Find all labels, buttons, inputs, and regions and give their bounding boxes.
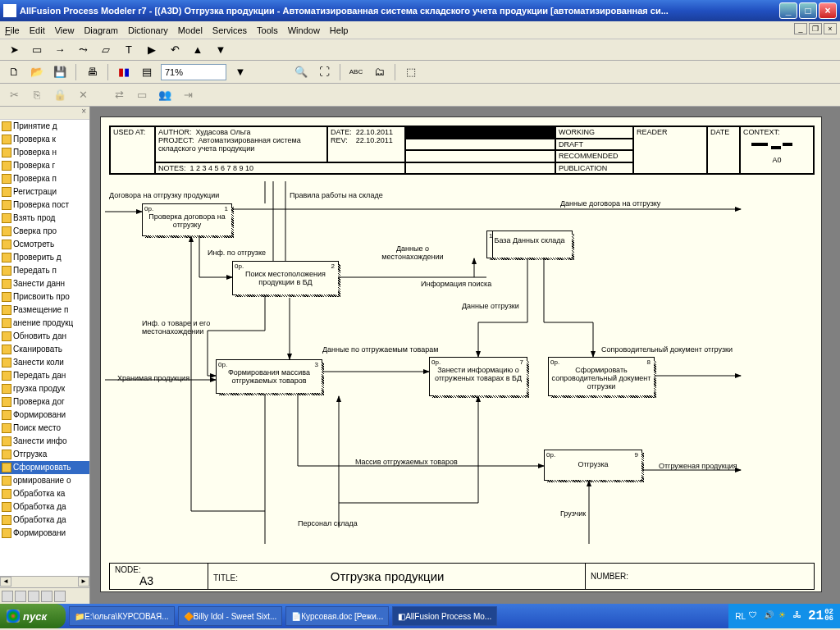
taskbar-item-4[interactable]: ◧ AllFusion Process Mo... (392, 606, 497, 626)
close-button[interactable]: × (819, 2, 837, 19)
tab-icon-4[interactable] (41, 591, 52, 602)
dashed-box-tool[interactable]: ▱ (97, 41, 115, 59)
tree-item[interactable]: Проверка н (0, 146, 89, 159)
activity-7[interactable]: 0р.7 Занести информацию о отгруженых тов… (429, 357, 527, 396)
activity-tree[interactable]: Принятие дПроверка кПроверка нПроверка г… (0, 120, 89, 576)
tree-item[interactable]: Проверка к (0, 133, 89, 146)
menu-model[interactable]: Model (178, 25, 203, 35)
tree-item[interactable]: Передать дан (0, 369, 89, 382)
copy-button[interactable]: ⎘ (28, 86, 46, 104)
zoom-dropdown[interactable]: ▼ (231, 63, 249, 81)
taskbar-item-3[interactable]: 📄 Курсовая.doc [Режи... (285, 606, 389, 626)
minimize-button[interactable]: _ (779, 2, 797, 19)
tree-item[interactable]: Сканировать (0, 343, 89, 356)
tree-item[interactable]: Занести коли (0, 356, 89, 369)
tree-item[interactable]: Взять прод (0, 212, 89, 225)
start-button[interactable]: пуск (0, 604, 66, 628)
tree-item[interactable]: Проверка дог (0, 395, 89, 409)
tree-item-selected[interactable]: Сформировать (0, 461, 89, 474)
tree-item[interactable]: Обновить дан (0, 330, 89, 343)
explorer-close[interactable]: × (0, 107, 89, 120)
mdi-minimize-button[interactable]: _ (794, 23, 807, 34)
save-button[interactable]: 💾 (51, 63, 69, 81)
tree-item[interactable]: Обработка да (0, 514, 89, 527)
taskbar-item-1[interactable]: 📁 Е:\ольга\КУРСОВАЯ... (69, 606, 175, 626)
activity-1[interactable]: 0р.1 Проверка договора на отгрузку (142, 203, 232, 236)
menu-services[interactable]: Services (212, 25, 247, 35)
tree-item[interactable]: Отгрузка (0, 448, 89, 461)
tree-item[interactable]: Размещение п (0, 304, 89, 317)
menu-file[interactable]: File (5, 25, 20, 35)
tree-item[interactable]: Проверка пост (0, 199, 89, 212)
entity-button[interactable]: ▭ (133, 86, 151, 104)
maximize-button[interactable]: □ (799, 2, 817, 19)
zoom-fit-button[interactable]: ⛶ (315, 63, 333, 81)
explorer-tabs[interactable] (0, 587, 89, 604)
tree-button[interactable]: 🗂 (370, 63, 388, 81)
tree-item[interactable]: Формировани (0, 409, 89, 422)
tree-scrollbar[interactable]: ◄► (0, 576, 89, 587)
tree-item[interactable]: Проверить д (0, 251, 89, 264)
tab-icon-1[interactable] (2, 591, 13, 602)
menu-window[interactable]: Window (288, 25, 320, 35)
close-pane-button[interactable]: ✕ (74, 86, 92, 104)
tray-sun-icon[interactable]: ☀ (778, 610, 790, 622)
tab-icon-5[interactable] (54, 591, 66, 602)
undo-tool[interactable]: ↶ (166, 41, 184, 59)
tray-shield-icon[interactable]: 🛡 (749, 610, 760, 622)
tree-item[interactable]: Обработка да (0, 500, 89, 514)
lock-button[interactable]: 🔒 (51, 86, 69, 104)
cut-button[interactable]: ✂ (5, 86, 23, 104)
system-tray[interactable]: RL 🛡 🔊 ☀ 🖧 210206 (728, 604, 840, 628)
zoom-out-button[interactable]: 🔍 (292, 63, 310, 81)
squiggle-tool[interactable]: ⤳ (74, 41, 92, 59)
text-tool[interactable]: T (120, 41, 138, 59)
activity-2[interactable]: 0р.2 Поиск местоположения продукции в БД (232, 261, 339, 295)
merge-button[interactable]: ⇥ (179, 86, 197, 104)
tree-item[interactable]: Обработка ка (0, 487, 89, 500)
mdi-close-button[interactable]: × (824, 23, 837, 34)
ext-button[interactable]: ⬚ (402, 63, 420, 81)
menu-view[interactable]: View (55, 25, 75, 35)
datastore-1[interactable]: 1 База Данных склада (486, 231, 573, 258)
tree-item[interactable]: Присвоить про (0, 290, 89, 304)
new-button[interactable]: 🗋 (5, 63, 23, 81)
pointer-tool[interactable]: ➤ (5, 41, 23, 59)
print-button[interactable]: 🖶 (83, 63, 101, 81)
activity-8[interactable]: 0р.8 Сформировать сопроводительный докум… (548, 357, 655, 396)
tree-item[interactable]: Регистраци (0, 185, 89, 199)
taskbar-item-2[interactable]: 🔶 Billy Idol - Sweet Sixt... (178, 606, 283, 626)
layers-button[interactable]: ▤ (138, 63, 156, 81)
menu-help[interactable]: Help (330, 25, 349, 35)
tab-icon-2[interactable] (15, 591, 26, 602)
spellcheck-button[interactable]: ABC (347, 63, 365, 81)
menu-dictionary[interactable]: Dictionary (128, 25, 168, 35)
tree-item[interactable]: Занести данн (0, 277, 89, 290)
relation-button[interactable]: ⇄ (110, 86, 128, 104)
tree-item[interactable]: грузка продук (0, 382, 89, 395)
idef0-diagram[interactable]: USED AT: AUTHOR: Худасова Ольга PROJECT:… (100, 116, 822, 592)
activity-3[interactable]: 0р.3 Формирования массива отгружаемых то… (216, 359, 322, 394)
activity-9[interactable]: 0р.9 Отгрузка (544, 450, 642, 481)
tree-item[interactable]: Занести инфо (0, 435, 89, 448)
open-button[interactable]: 📂 (28, 63, 46, 81)
tree-item[interactable]: Сверка про (0, 225, 89, 238)
users-button[interactable]: 👥 (156, 86, 174, 104)
tree-item[interactable]: Поиск место (0, 422, 89, 435)
tree-item[interactable]: ормирование о (0, 474, 89, 487)
play-tool[interactable]: ▶ (143, 41, 161, 59)
menu-tools[interactable]: Tools (257, 25, 278, 35)
mdi-restore-button[interactable]: ❐ (809, 23, 822, 34)
palette-button[interactable]: ▮▮ (115, 63, 133, 81)
menu-edit[interactable]: Edit (30, 25, 45, 35)
up-tool[interactable]: ▲ (189, 41, 207, 59)
arrow-tool[interactable]: → (51, 41, 69, 59)
tree-item[interactable]: Принятие д (0, 120, 89, 133)
tree-item[interactable]: Формировани (0, 527, 89, 540)
zoom-combo[interactable] (161, 64, 226, 80)
lang-indicator[interactable]: RL (735, 612, 746, 621)
tree-item[interactable]: анение продукц (0, 317, 89, 330)
down-tool[interactable]: ▼ (212, 41, 230, 59)
clock[interactable]: 210206 (808, 609, 833, 623)
tray-net-icon[interactable]: 🖧 (793, 610, 805, 622)
